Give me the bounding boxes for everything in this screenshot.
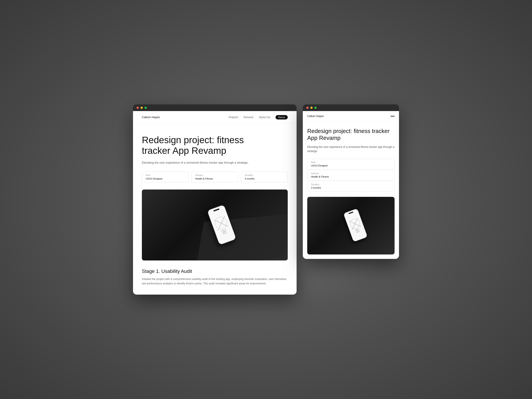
phone-circle-x — [213, 215, 229, 231]
mobile-main: Redesign project: fitness tracker App Re… — [303, 121, 399, 259]
mobile-nav: Callum Hayes — [303, 111, 399, 121]
desktop-page: Callum Hayes Projects Resume About me Re… — [133, 111, 297, 295]
nav-link-about[interactable]: About me — [259, 116, 270, 119]
meta-card-industry: Industry Health & Fitness — [191, 171, 238, 183]
desktop-browser-window: Callum Hayes Projects Resume About me Re… — [133, 104, 297, 295]
browser-dot-minimize[interactable] — [140, 107, 143, 109]
mobile-meta-card-industry: Industry Health & Fitness — [307, 170, 395, 180]
hero-image: iPhone 14 Mockup Devices — [142, 190, 288, 260]
mobile-meta-value-role: UX/UI Designer — [311, 164, 391, 167]
meta-cards: Role UX/UI Designer Industry Health & Fi… — [142, 171, 288, 183]
meta-label-role: Role — [146, 174, 185, 177]
nav-link-resume[interactable]: Resume — [244, 116, 253, 119]
browser-dot-close[interactable] — [137, 107, 139, 109]
mobile-page-title: Redesign project: fitness tracker App Re… — [307, 128, 395, 141]
meta-card-duration: Duration 3 months — [241, 171, 288, 183]
mobile-phone-text: iPhone 14 Mockup Devices — [355, 228, 361, 234]
meta-value-industry: Health & Fitness — [195, 177, 234, 180]
stage-title: Stage 1. Usability Audit — [142, 268, 288, 274]
meta-label-duration: Duration — [245, 174, 284, 177]
nav-link-projects[interactable]: Projects — [228, 116, 238, 119]
browser-dot-maximize[interactable] — [145, 107, 147, 109]
mobile-dot-close[interactable] — [306, 107, 309, 109]
stage-text: Initiated the project with a comprehensi… — [142, 277, 288, 286]
hamburger-menu-button[interactable] — [391, 115, 395, 117]
mobile-meta-cards: Role UX/UI Designer Industry Health & Fi… — [307, 159, 395, 191]
stage-section: Stage 1. Usability Audit Initiated the p… — [142, 268, 288, 286]
mobile-meta-card-role: Role UX/UI Designer — [307, 159, 395, 169]
mobile-logo: Callum Hayes — [307, 115, 324, 118]
mobile-dot-maximize[interactable] — [314, 107, 317, 109]
phone-text: iPhone 14 Mockup Devices — [221, 229, 228, 235]
hamburger-line-2 — [391, 116, 395, 117]
page-subtitle: Elevating the user experience of a renow… — [142, 160, 253, 165]
mobile-phone-mockup: iPhone 14 Mockup Devices — [343, 208, 368, 242]
mobile-phone-circle-x — [348, 217, 361, 230]
meta-card-role: Role UX/UI Designer — [142, 171, 189, 183]
desktop-nav: Callum Hayes Projects Resume About me Re… — [133, 111, 297, 124]
nav-link-remix[interactable]: Remix — [276, 115, 288, 120]
desktop-nav-links: Projects Resume About me Remix — [228, 115, 288, 120]
mobile-meta-label-role: Role — [311, 161, 391, 164]
mobile-browser-window: Callum Hayes Redesign project: fitness t… — [303, 104, 399, 259]
mobile-meta-label-industry: Industry — [311, 172, 391, 175]
hamburger-line-1 — [391, 115, 395, 116]
desktop-main: Redesign project: fitness tracker App Re… — [133, 124, 297, 295]
mobile-content: Callum Hayes Redesign project: fitness t… — [303, 111, 399, 259]
meta-label-industry: Industry — [195, 174, 234, 177]
browser-chrome — [133, 104, 297, 111]
screens-container: Callum Hayes Projects Resume About me Re… — [133, 104, 399, 295]
mobile-phone-screen: iPhone 14 Mockup Devices — [343, 209, 367, 242]
phone-mockup-container: iPhone 14 Mockup Devices — [142, 190, 288, 260]
meta-value-duration: 3 months — [245, 177, 284, 180]
desktop-logo: Callum Hayes — [142, 115, 160, 119]
mobile-dot-minimize[interactable] — [310, 107, 313, 109]
mobile-meta-value-duration: 3 months — [311, 186, 391, 189]
mobile-meta-value-industry: Health & Fitness — [311, 175, 391, 178]
page-title: Redesign project: fitness tracker App Re… — [142, 135, 253, 156]
mobile-hero-image: iPhone 14 Mockup Devices — [307, 197, 395, 254]
browser-content: Callum Hayes Projects Resume About me Re… — [133, 111, 297, 295]
mobile-meta-card-duration: Duration 3 months — [307, 181, 395, 191]
meta-value-role: UX/UI Designer — [146, 177, 185, 180]
mobile-page-subtitle: Elevating the user experience of a renow… — [307, 145, 395, 153]
mobile-meta-label-duration: Duration — [311, 183, 391, 186]
mobile-chrome — [303, 104, 399, 111]
